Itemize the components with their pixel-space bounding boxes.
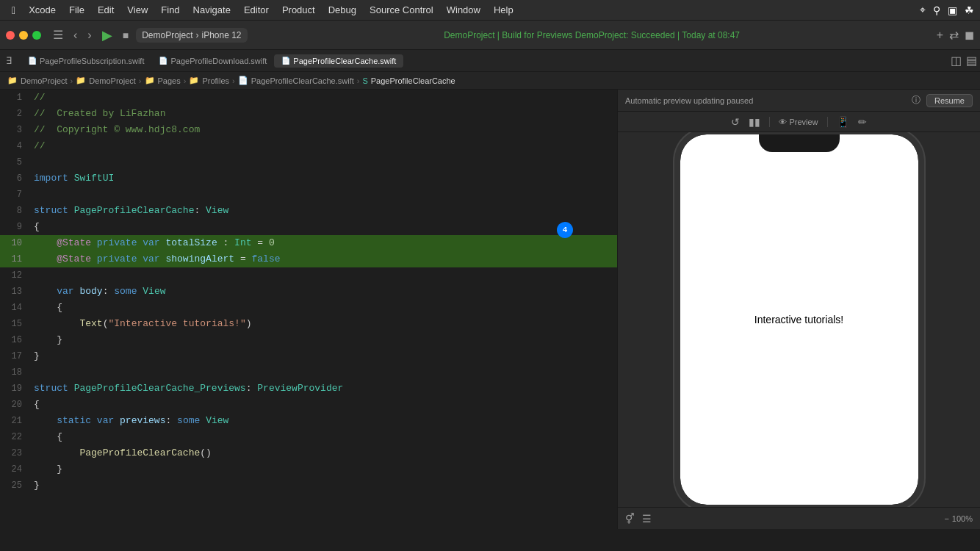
- tab-page-profile-download[interactable]: 📄 PageProfileDownload.swift: [151, 54, 274, 68]
- swift-file-icon-3: 📄: [281, 57, 290, 65]
- zoom-minus-icon[interactable]: −: [944, 514, 948, 523]
- forward-btn[interactable]: ›: [84, 27, 94, 43]
- menu-navigate[interactable]: Navigate: [187, 3, 237, 17]
- zoom-level: 100%: [952, 514, 973, 523]
- run-btn[interactable]: ▶: [99, 26, 115, 45]
- menu-bar:  Xcode File Edit View Find Navigate Edi…: [0, 0, 980, 21]
- menu-file[interactable]: File: [63, 3, 90, 17]
- menu-window[interactable]: Window: [441, 3, 486, 17]
- code-editor[interactable]: 1 // 2 // Created by LiFazhan 3 // Copyr…: [0, 90, 617, 529]
- apple-menu[interactable]: : [6, 4, 21, 16]
- toolbar: ☰ ‹ › ▶ ■ DemoProject › iPhone 12 DemoPr…: [0, 21, 980, 50]
- breadcrumb-folder-icon-4: 📁: [189, 76, 199, 85]
- code-line-6: 6 import SwiftUI: [0, 170, 617, 187]
- maximize-button[interactable]: [32, 31, 41, 40]
- menu-find[interactable]: Find: [155, 3, 185, 17]
- minimize-button[interactable]: [19, 31, 28, 40]
- code-line-4: 4 //: [0, 138, 617, 154]
- sidebar-toggle[interactable]: ☰: [50, 26, 66, 43]
- menu-bar-items:  Xcode File Edit View Find Navigate Edi…: [6, 3, 519, 17]
- resume-button[interactable]: Resume: [926, 94, 973, 107]
- break-icon[interactable]: ⇄: [949, 28, 959, 42]
- breadcrumb-demoproject-1[interactable]: DemoProject: [21, 76, 68, 85]
- code-line-2: 2 // Created by LiFazhan: [0, 106, 617, 122]
- swift-file-icon-2: 📄: [159, 57, 167, 65]
- breadcrumb-item-folder[interactable]: 📁: [7, 76, 18, 85]
- preview-tool-device[interactable]: 📱: [837, 116, 849, 128]
- code-line-22: 22 {: [0, 429, 617, 445]
- code-line-12: 12: [0, 267, 617, 284]
- swift-file-icon: 📄: [28, 57, 37, 65]
- iphone-notch: [759, 134, 840, 152]
- user-icon[interactable]: ☘: [965, 4, 974, 16]
- breakpoint-badge: 4: [557, 222, 573, 238]
- grid-view-btn[interactable]: ∃: [3, 54, 15, 68]
- menu-editor[interactable]: Editor: [238, 3, 275, 17]
- stop-btn[interactable]: ■: [120, 28, 131, 43]
- tab-label-subscription: PageProfileSubscription.swift: [40, 57, 144, 65]
- code-line-9: 9 {: [0, 219, 617, 235]
- preview-status-text: Automatic preview updating paused: [625, 96, 906, 105]
- menu-product[interactable]: Product: [276, 3, 321, 17]
- breadcrumb-file[interactable]: PageProfileClearCache.swift: [251, 76, 354, 85]
- traffic-lights: [6, 31, 41, 40]
- iphone-frame: Interactive tutorials!: [674, 132, 924, 507]
- layout-icon[interactable]: ◼: [965, 28, 974, 42]
- tab-bar: ∃ 📄 PageProfileSubscription.swift 📄 Page…: [0, 50, 980, 72]
- code-line-10: 10 @State private var totalSize : Int = …: [0, 235, 617, 251]
- code-line-7: 7: [0, 187, 617, 203]
- preview-tool-pause[interactable]: ▮▮: [749, 116, 760, 128]
- preview-footer-pin-icon[interactable]: ⚥: [625, 513, 635, 525]
- search-menubar-icon[interactable]: ⚲: [933, 4, 940, 16]
- back-btn[interactable]: ‹: [71, 27, 80, 43]
- menu-edit[interactable]: Edit: [92, 3, 120, 17]
- add-icon[interactable]: +: [937, 29, 943, 42]
- code-line-14: 14 {: [0, 300, 617, 316]
- tab-page-profile-subscription[interactable]: 📄 PageProfileSubscription.swift: [21, 54, 151, 68]
- code-line-11: 11 @State private var showingAlert = fal…: [0, 251, 617, 267]
- menu-debug[interactable]: Debug: [323, 3, 362, 17]
- split-view-icon[interactable]: ◫: [951, 54, 962, 68]
- preview-toolbar-divider: [769, 117, 770, 127]
- menu-view[interactable]: View: [121, 3, 154, 17]
- preview-footer-zoom: − 100%: [944, 514, 973, 523]
- menu-help[interactable]: Help: [488, 3, 519, 17]
- menu-xcode[interactable]: Xcode: [23, 3, 62, 17]
- code-line-18: 18: [0, 364, 617, 381]
- control-center-icon[interactable]: ▣: [948, 4, 957, 16]
- toolbar-right: + ⇄ ◼: [937, 28, 974, 42]
- preview-tool-label[interactable]: 👁 Preview: [779, 118, 818, 126]
- code-line-5: 5: [0, 154, 617, 170]
- code-line-13: 13 var body: some View: [0, 284, 617, 300]
- preview-footer-list-icon[interactable]: ☰: [642, 513, 652, 525]
- breadcrumb-folder-icon-3: 📁: [145, 76, 155, 85]
- breadcrumb-pages[interactable]: Pages: [158, 76, 181, 85]
- device-selector[interactable]: DemoProject › iPhone 12: [136, 28, 247, 43]
- preview-tool-refresh[interactable]: ↺: [731, 116, 740, 128]
- tab-page-profile-clear-cache[interactable]: 📄 PageProfileClearCache.swift: [274, 54, 403, 68]
- code-line-25: 25 }: [0, 478, 617, 494]
- tab-bar-left: ∃: [3, 54, 15, 68]
- breadcrumb-demoproject-2[interactable]: DemoProject: [89, 76, 136, 85]
- tab-label-clearcache: PageProfileClearCache.swift: [293, 57, 396, 65]
- code-line-15: 15 Text("Interactive tutorials!"): [0, 316, 617, 332]
- close-button[interactable]: [6, 31, 15, 40]
- breadcrumb: 📁 DemoProject › 📁 DemoProject › 📁 Pages …: [0, 72, 980, 90]
- breadcrumb-struct[interactable]: PageProfileClearCache: [371, 76, 455, 85]
- wifi-icon: ⌖: [920, 4, 926, 16]
- tab-label-download: PageProfileDownload.swift: [170, 57, 267, 65]
- preview-toolbar: ↺ ▮▮ 👁 Preview 📱 ✏: [618, 112, 980, 132]
- info-icon[interactable]: ⓘ: [912, 94, 920, 107]
- build-status: DemoProject | Build for Previews DemoPro…: [252, 30, 932, 40]
- preview-tool-grid[interactable]: ✏: [858, 116, 867, 128]
- code-line-23: 23 PageProfileClearCache(): [0, 445, 617, 461]
- breadcrumb-profiles[interactable]: Profiles: [202, 76, 229, 85]
- code-line-17: 17 }: [0, 348, 617, 364]
- code-line-8: 8 struct PageProfileClearCache: View: [0, 203, 617, 219]
- code-line-1: 1 //: [0, 90, 617, 106]
- code-line-19: 19 struct PageProfileClearCache_Previews…: [0, 381, 617, 397]
- menu-source-control[interactable]: Source Control: [364, 3, 439, 17]
- preview-footer-icons: ⚥ ☰: [625, 513, 652, 525]
- assistant-icon[interactable]: ▤: [966, 54, 977, 68]
- preview-eye-icon: 👁: [779, 118, 787, 126]
